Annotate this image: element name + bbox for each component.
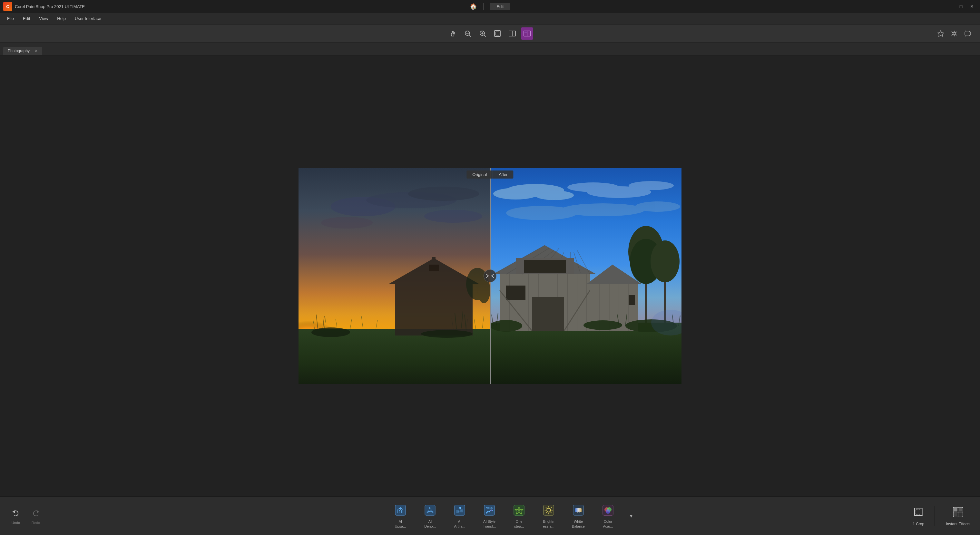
color-adjust-icon [601, 503, 615, 517]
instant-effects-tool[interactable]: Instant Effects [936, 506, 980, 526]
home-button[interactable]: 🏠 [470, 3, 477, 10]
svg-rect-157 [916, 510, 921, 515]
split-view-button[interactable] [506, 27, 519, 40]
svg-rect-30 [299, 329, 490, 384]
ai-denoise-icon: AI [423, 503, 437, 517]
minimize-button[interactable]: — [945, 3, 955, 10]
svg-point-63 [628, 181, 674, 190]
menu-user-interface[interactable]: User Interface [71, 15, 105, 22]
maximize-button[interactable]: □ [956, 3, 966, 10]
svg-point-65 [561, 203, 645, 216]
title-bar-center: 🏠 Edit [470, 3, 510, 10]
title-divider [483, 3, 484, 10]
svg-rect-161 [954, 508, 958, 511]
menu-file[interactable]: File [3, 15, 18, 22]
right-panel: 1 Crop Instant Effects [902, 497, 980, 535]
original-image-panel [299, 168, 490, 384]
color-adjust-tool[interactable]: Color Adju... [593, 500, 622, 531]
adjust-icon-1[interactable] [935, 28, 947, 39]
menu-edit[interactable]: Edit [19, 15, 34, 22]
menu-help[interactable]: Help [53, 15, 70, 22]
pan-tool-button[interactable] [447, 27, 459, 40]
split-view-container: Original After [299, 168, 681, 384]
bottom-toolbar: Undo Redo AI [0, 496, 980, 535]
white-balance-icon: WB [571, 503, 585, 517]
ai-artifact-icon: AI [453, 503, 467, 517]
main-canvas-area: Original After [0, 56, 980, 496]
zoom-out-button[interactable] [461, 27, 474, 40]
undo-button[interactable]: Undo [10, 507, 22, 525]
split-handle[interactable] [484, 270, 496, 282]
svg-rect-44 [400, 294, 413, 303]
one-step-tool[interactable]: One step... [504, 500, 533, 531]
ai-upsampling-label: AI Upsa... [395, 519, 406, 529]
instant-effects-label: Instant Effects [946, 522, 970, 526]
svg-text:AI: AI [429, 507, 431, 509]
tab-close-button[interactable]: ✕ [35, 49, 38, 53]
color-adjust-label: Color Adju... [603, 519, 613, 529]
after-label[interactable]: After [493, 170, 513, 179]
expand-tools-button[interactable]: ▼ [626, 511, 636, 521]
svg-line-8 [484, 35, 485, 37]
crop-label: 1 Crop [913, 522, 924, 526]
svg-point-50 [421, 330, 473, 338]
crop-icon [912, 506, 925, 520]
compare-button[interactable] [521, 27, 533, 40]
close-button[interactable]: ✕ [967, 3, 977, 10]
svg-text:AI: AI [459, 507, 461, 509]
svg-rect-100 [628, 295, 635, 305]
one-step-icon [512, 503, 526, 517]
svg-point-135 [518, 509, 520, 511]
adjust-icon-3[interactable] [962, 28, 974, 39]
crop-tool[interactable]: 1 Crop [902, 506, 935, 526]
ai-style-label: AI Style Transf... [483, 519, 496, 529]
tool-list: AI AI Upsa... AI AI Deno... [55, 500, 970, 531]
after-image-panel [490, 168, 681, 384]
svg-rect-164 [959, 513, 962, 516]
ai-artifact-tool[interactable]: AI AI Artifa... [445, 500, 474, 531]
brightness-label: Brightn ess a... [543, 519, 554, 529]
zoom-in-button[interactable] [476, 27, 489, 40]
svg-point-106 [490, 320, 522, 332]
svg-point-49 [312, 327, 350, 337]
svg-rect-163 [954, 513, 958, 516]
one-step-label: One step... [514, 519, 524, 529]
app-logo: C [3, 2, 12, 11]
ai-denoise-label: AI Deno... [424, 519, 436, 529]
title-bar: C Corel PaintShop Pro 2021 ULTIMATE 🏠 Ed… [0, 0, 980, 13]
svg-point-123 [430, 510, 432, 511]
svg-rect-15 [525, 32, 527, 33]
fit-frame-button[interactable] [491, 27, 504, 40]
undo-redo-group: Undo Redo [10, 507, 42, 525]
svg-rect-130 [484, 505, 495, 515]
ai-style-tool[interactable]: AI Style AI Style Transf... [475, 500, 504, 531]
title-bar-right: — □ ✕ [945, 3, 977, 10]
brightness-tool[interactable]: Brightn ess a... [534, 500, 563, 531]
ai-upsampling-tool[interactable]: AI AI Upsa... [386, 500, 415, 531]
svg-rect-18 [965, 32, 970, 35]
svg-point-28 [321, 217, 373, 229]
adjust-icon-2[interactable] [948, 28, 960, 39]
brightness-icon [542, 503, 556, 517]
menu-view[interactable]: View [35, 15, 52, 22]
svg-point-27 [424, 210, 482, 223]
svg-rect-9 [495, 31, 500, 37]
instant-effects-icon [951, 506, 964, 520]
svg-point-60 [535, 191, 574, 200]
svg-rect-45 [432, 257, 436, 263]
svg-marker-116 [12, 511, 15, 513]
svg-rect-10 [496, 32, 499, 35]
white-balance-tool[interactable]: WB White Balance [564, 500, 593, 531]
toolbar [0, 24, 980, 43]
svg-text:C: C [6, 4, 10, 9]
original-label[interactable]: Original [466, 170, 493, 179]
edit-mode-tab[interactable]: Edit [490, 3, 510, 10]
redo-button[interactable]: Redo [30, 507, 42, 525]
toolbar-right [935, 28, 974, 39]
svg-point-29 [408, 187, 479, 201]
ai-denoise-tool[interactable]: AI AI Deno... [415, 500, 445, 531]
menu-bar: File Edit View Help User Interface [0, 13, 980, 24]
svg-rect-93 [524, 260, 566, 273]
document-tab[interactable]: Photography... ✕ [3, 47, 42, 55]
tab-label: Photography... [8, 49, 33, 53]
